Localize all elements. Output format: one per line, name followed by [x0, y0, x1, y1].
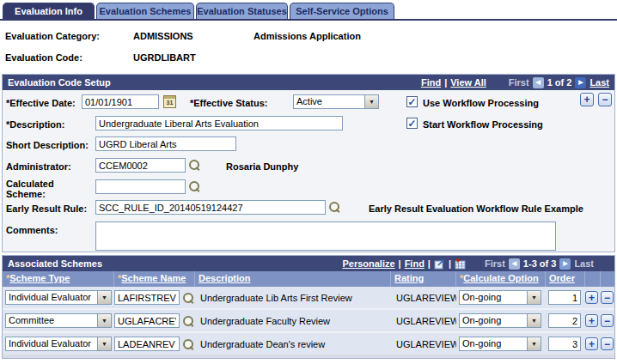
evaluation-code-value: UGRDLIBART [133, 52, 196, 63]
effective-date-input[interactable] [82, 94, 159, 109]
tab-label: Evaluation Statuses [197, 6, 287, 16]
calendar-icon[interactable]: 31 [163, 95, 176, 108]
column-header-calculate-option[interactable]: *Calculate Option [456, 271, 546, 287]
tab-self-service-options[interactable]: Self-Service Options [290, 3, 394, 20]
scheme-type-select[interactable]: Individual Evaluator ▼ [5, 337, 112, 351]
column-header-scheme-type[interactable]: *Scheme Type [3, 271, 114, 287]
check-icon: ✓ [407, 119, 416, 128]
next-page-icon: ▶ [559, 258, 571, 270]
scheme-name-lookup-icon[interactable] [183, 292, 195, 304]
administrator-label: Administrator: [6, 161, 71, 172]
start-workflow-checkbox[interactable]: ✓ [406, 118, 418, 129]
order-input[interactable] [548, 313, 581, 328]
next-row-icon[interactable]: ▶ [575, 77, 586, 88]
evaluation-category-description: Admissions Application [254, 31, 361, 41]
evaluation-code-setup-groupbox: Evaluation Code Setup Find | View All Fi… [2, 74, 615, 252]
effective-status-select[interactable]: Active ▼ [293, 94, 379, 109]
separator: | [449, 258, 451, 269]
effective-date-label: *Effective Date: [6, 98, 76, 108]
dropdown-arrow-icon[interactable]: ▼ [527, 314, 541, 327]
download-icon[interactable] [455, 258, 466, 270]
scheme-name-lookup-icon[interactable] [183, 315, 195, 327]
find-link[interactable]: Find [421, 77, 441, 88]
description-label: *Description: [6, 119, 64, 130]
tab-label: Evaluation Schemes [100, 6, 192, 16]
use-workflow-checkbox[interactable]: ✓ [406, 96, 418, 107]
comments-textarea[interactable] [95, 221, 556, 251]
delete-row-button[interactable]: − [601, 291, 614, 304]
administrator-display-name: Rosaria Dunphy [226, 161, 298, 172]
grid-bottom-filler [3, 355, 614, 358]
tab-label: Evaluation Info [15, 6, 82, 16]
scheme-description: Undergraduate Lib Arts First Review [195, 293, 391, 303]
dropdown-arrow-icon[interactable]: ▼ [97, 314, 111, 327]
add-row-button[interactable]: + [585, 291, 598, 304]
column-header-delete [601, 271, 614, 287]
evaluation-category-label: Evaluation Category: [5, 31, 100, 41]
groupbox-title: Evaluation Code Setup [3, 77, 111, 88]
column-header-description[interactable]: Description [195, 271, 391, 287]
calculated-scheme-lookup-icon[interactable] [189, 180, 201, 192]
calculated-scheme-input[interactable] [95, 179, 186, 194]
delete-row-button[interactable]: − [601, 314, 614, 327]
calculate-option-select[interactable]: On-going ▼ [459, 337, 541, 351]
separator: | [399, 258, 401, 269]
column-header-rating-scheme[interactable]: Rating Scheme [391, 271, 456, 287]
scheme-type-select[interactable]: Committee ▼ [5, 313, 112, 328]
associated-schemes-groupbox: Associated Schemes Personalize | Find | … [2, 255, 615, 359]
calculate-option-select[interactable]: On-going ▼ [459, 313, 541, 328]
tab-underline [0, 19, 617, 21]
scheme-name-lookup-icon[interactable] [183, 338, 195, 350]
early-result-rule-display: Early Result Evaluation Workflow Rule Ex… [369, 203, 583, 214]
start-workflow-label: Start Workflow Processing [423, 119, 543, 130]
early-result-rule-label: Early Result Rule: [6, 203, 87, 214]
scheme-type-select[interactable]: Individual Evaluator ▼ [5, 290, 112, 305]
tab-evaluation-info[interactable]: Evaluation Info [3, 3, 95, 20]
view-all-link[interactable]: View All [450, 77, 486, 88]
administrator-lookup-icon[interactable] [189, 159, 201, 171]
scheme-type-value: Committee [6, 314, 97, 327]
tab-evaluation-statuses[interactable]: Evaluation Statuses [196, 3, 288, 20]
table-row: Individual Evaluator ▼ Undergraduate Lib… [3, 287, 614, 308]
dropdown-arrow-icon[interactable]: ▼ [97, 291, 111, 304]
calculate-option-select[interactable]: On-going ▼ [459, 290, 541, 305]
scheme-name-input[interactable] [114, 290, 180, 305]
calculated-scheme-label: Calculated Scheme: [6, 179, 76, 199]
scheme-name-input[interactable] [114, 313, 180, 328]
popout-window-icon[interactable] [434, 258, 445, 270]
add-row-button[interactable]: + [580, 93, 594, 106]
tab-evaluation-schemes[interactable]: Evaluation Schemes [96, 3, 194, 20]
short-description-label: Short Description: [6, 140, 89, 150]
administrator-input[interactable] [95, 158, 186, 173]
short-description-input[interactable] [95, 136, 236, 151]
early-result-rule-lookup-icon[interactable] [329, 201, 341, 213]
scheme-description: Undergraduate Faculty Review [195, 316, 391, 326]
add-row-button[interactable]: + [585, 337, 598, 350]
column-header-add [585, 271, 601, 287]
column-header-scheme-name[interactable]: *Scheme Name [114, 271, 195, 287]
first-link-disabled: First [485, 258, 505, 269]
add-row-button[interactable]: + [585, 314, 598, 327]
delete-row-button[interactable]: − [598, 93, 612, 106]
description-input[interactable] [95, 116, 343, 130]
grid-title: Associated Schemes [3, 258, 102, 269]
effective-status-value: Active [294, 95, 364, 108]
check-icon: ✓ [407, 98, 416, 106]
dropdown-arrow-icon[interactable]: ▼ [527, 337, 541, 350]
order-input[interactable] [548, 337, 581, 351]
associated-schemes-header: Associated Schemes Personalize | Find | … [3, 256, 614, 271]
order-input[interactable] [548, 290, 581, 305]
last-link[interactable]: Last [590, 77, 609, 88]
dropdown-arrow-icon[interactable]: ▼ [527, 291, 541, 304]
delete-row-button[interactable]: − [601, 337, 614, 350]
scheme-name-input[interactable] [114, 337, 180, 351]
last-link-disabled: Last [574, 258, 594, 269]
dropdown-arrow-icon[interactable]: ▼ [97, 337, 111, 350]
row-counter: 1 of 2 [547, 77, 572, 88]
find-link[interactable]: Find [405, 258, 425, 269]
comments-label: Comments: [6, 225, 58, 235]
early-result-rule-input[interactable] [95, 200, 326, 215]
column-header-order[interactable]: Order [546, 271, 585, 287]
dropdown-arrow-icon[interactable]: ▼ [364, 95, 378, 108]
personalize-link[interactable]: Personalize [342, 258, 394, 269]
